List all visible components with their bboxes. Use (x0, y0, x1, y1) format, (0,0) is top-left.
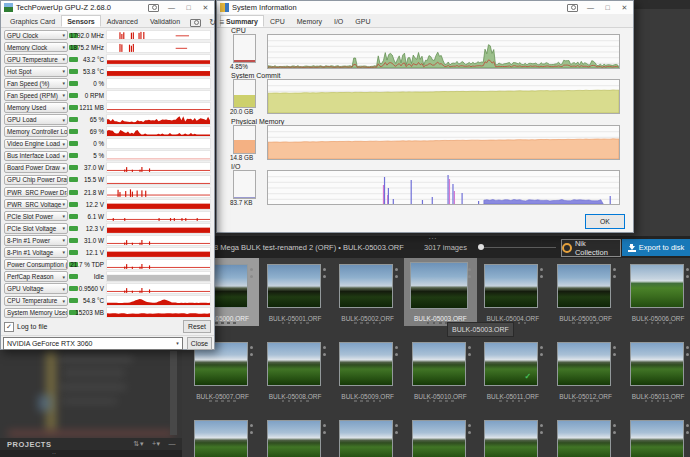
tab-validation[interactable]: Validation (144, 15, 186, 27)
thumbnail-cell[interactable]: BULK-05012.ORF (549, 336, 622, 404)
gpuz-logo-icon (4, 3, 13, 12)
tab-sensors[interactable]: Sensors (61, 15, 101, 27)
projects-panel-header[interactable]: PROJECTS ⇅▾ +▾ — (0, 438, 182, 450)
refresh-icon[interactable]: ↻ (209, 18, 216, 27)
photo-thumbnail[interactable] (339, 264, 393, 308)
tab-memory[interactable]: Memory (291, 15, 328, 27)
check-icon: ✓ (524, 372, 531, 381)
thumbnail-cell[interactable] (549, 414, 622, 457)
photo-thumbnail[interactable] (267, 264, 321, 308)
thumbnail-cell[interactable] (331, 414, 404, 457)
thumbnail-size-slider-knob[interactable] (478, 244, 484, 250)
camera-icon[interactable] (567, 4, 578, 12)
photo-thumbnail[interactable] (557, 342, 611, 386)
thumbnail-cell[interactable]: BULK-05008.ORF (259, 336, 332, 404)
close-icon[interactable]: ✕ (197, 1, 214, 14)
bottom-scrollbar[interactable]: .. (0, 450, 182, 457)
sensor-history-graph (106, 78, 211, 89)
tab-gpu[interactable]: GPU (349, 15, 376, 27)
sensor-name: Bus Interface Load (7, 152, 60, 159)
sensor-history-graph (106, 90, 211, 101)
thumbnail-cell[interactable]: BULK-05013.ORF (622, 336, 690, 404)
device-select[interactable]: NVIDIA GeForce RTX 3060 ▾ (3, 337, 183, 350)
sensor-name: GPU Load (7, 116, 36, 123)
photo-thumbnail[interactable] (412, 420, 466, 457)
photo-thumbnail[interactable] (484, 264, 538, 308)
thumbnail-cell[interactable] (476, 414, 549, 457)
photo-thumbnail[interactable] (630, 420, 684, 457)
maximize-icon[interactable]: □ (180, 1, 197, 14)
tab-cpu[interactable]: CPU (264, 15, 291, 27)
photo-thumbnail[interactable] (630, 264, 684, 308)
thumbnail-cell[interactable]: BULK-05001.ORF (259, 258, 332, 326)
photo-thumbnail[interactable] (410, 262, 468, 309)
usage-gauge (233, 125, 256, 154)
export-to-disk-button[interactable]: Export to disk (622, 239, 690, 256)
photo-thumbnail[interactable] (630, 342, 684, 386)
close-button[interactable]: Close (187, 337, 212, 350)
photo-thumbnail[interactable] (267, 420, 321, 457)
blurred-selected-row (8, 431, 173, 436)
thumbnail-cell[interactable]: BULK-05002.ORF (331, 258, 404, 326)
reset-button[interactable]: Reset (183, 320, 211, 333)
minimize-icon[interactable]: — (163, 1, 180, 14)
photo-thumbnail[interactable] (267, 342, 321, 386)
ok-button[interactable]: OK (585, 214, 625, 229)
collapse-panel-icon[interactable]: — (169, 440, 177, 448)
thumbnail-cell[interactable]: BULK-05010.ORF (404, 336, 477, 404)
sort-icon[interactable]: ⇅▾ (134, 440, 144, 448)
camera-icon[interactable] (190, 19, 201, 27)
thumbnail-cell[interactable] (622, 414, 690, 457)
photo-thumbnail[interactable] (412, 342, 466, 386)
photo-thumbnail[interactable] (339, 342, 393, 386)
thumbnail-cell[interactable] (404, 414, 477, 457)
photo-thumbnail[interactable] (484, 420, 538, 457)
sensor-row: Memory Clock▾1875.2 MHz (2, 41, 213, 53)
sensor-value: 21.7 % TDP (58, 258, 104, 270)
system-information-window: System Information — □ ✕ Summary CPU Mem… (216, 0, 634, 233)
sensor-name: Memory Used (7, 104, 46, 111)
sysinfo-titlebar[interactable]: System Information — □ ✕ (217, 1, 633, 14)
sensor-value: 12.1 V (58, 246, 104, 258)
scrollbar-grip-icon[interactable]: .. (52, 448, 56, 455)
sensor-history-graph (106, 223, 211, 234)
tab-advanced[interactable]: Advanced (101, 15, 144, 27)
badge-dots (323, 346, 326, 360)
thumbnail-cell[interactable]: BULK-05009.ORF (331, 336, 404, 404)
sensor-name: Board Power Draw (7, 164, 60, 171)
close-icon[interactable]: ✕ (616, 1, 633, 14)
sensor-value: Idle (58, 271, 104, 283)
log-to-file-checkbox[interactable]: ✓ (4, 322, 14, 332)
photo-thumbnail[interactable] (194, 420, 248, 457)
thumbnail-cell[interactable]: BULK-05003.ORF (404, 258, 477, 326)
camera-icon[interactable] (148, 4, 159, 12)
photo-thumbnail[interactable] (339, 420, 393, 457)
sensor-history-graph (106, 150, 211, 161)
menu-icon[interactable]: ≡ (220, 18, 225, 27)
folder-panel-scrollbar[interactable] (170, 351, 177, 435)
photo-thumbnail[interactable] (557, 420, 611, 457)
minimize-icon[interactable]: — (582, 1, 599, 14)
badge-dots (250, 346, 253, 360)
maximize-icon[interactable]: □ (599, 1, 616, 14)
thumbnail-cell[interactable] (186, 414, 259, 457)
badge-dots (468, 424, 471, 438)
tab-io[interactable]: I/O (328, 15, 349, 27)
add-project-icon[interactable]: +▾ (152, 440, 161, 448)
thumbnail-cell[interactable]: ✓BULK-05011.ORF (476, 336, 549, 404)
badge-dots (686, 268, 689, 282)
thumbnail-cell[interactable]: BULK-05005.ORF (549, 258, 622, 326)
window-title: TechPowerUp GPU-Z 2.68.0 (16, 3, 111, 12)
badge-dots (540, 346, 543, 360)
sensor-row: 8-Pin #1 Voltage▾12.1 V (2, 246, 213, 258)
tab-graphics-card[interactable]: Graphics Card (4, 15, 61, 27)
photo-thumbnail[interactable] (557, 264, 611, 308)
gpuz-titlebar[interactable]: TechPowerUp GPU-Z 2.68.0 — □ ✕ (1, 1, 214, 14)
thumbnail-size-slider[interactable] (481, 247, 556, 248)
nik-collection-button[interactable]: Nik Collection (561, 239, 621, 257)
sensor-row: Bus Interface Load▾5 % (2, 150, 213, 162)
thumbnail-cell[interactable] (259, 414, 332, 457)
thumbnail-cell[interactable]: BULK-05006.ORF (622, 258, 690, 326)
sensor-history-graph (106, 283, 211, 294)
thumbnail-cell[interactable]: BULK-05004.ORF (476, 258, 549, 326)
